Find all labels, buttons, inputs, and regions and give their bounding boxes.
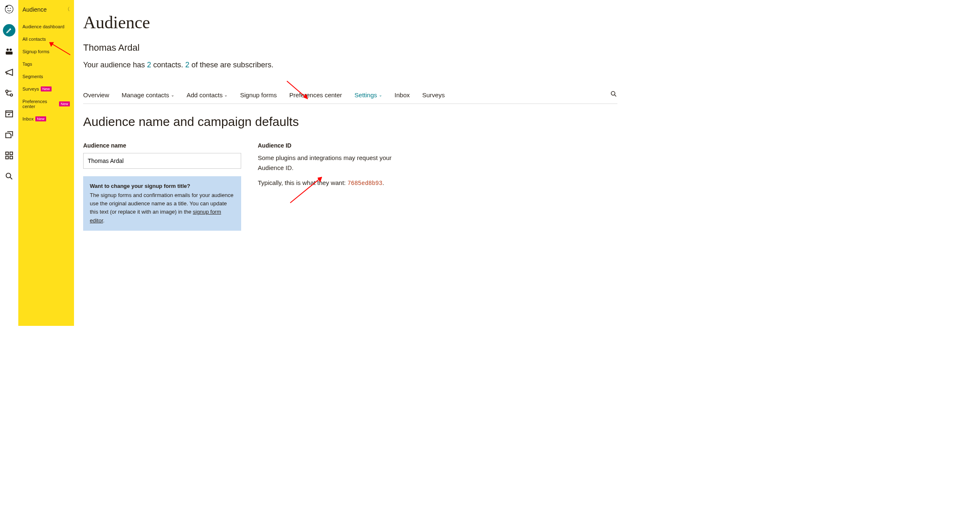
audience-id-value: 7685ed8b93 [348,180,383,187]
audience-stats: Your audience has 2 contacts. 2 of these… [83,61,617,69]
svg-point-14 [611,91,615,95]
svg-point-2 [10,8,11,9]
integrations-icon[interactable] [3,150,15,161]
sidebar-item-label: Inbox [22,116,34,121]
chevron-left-icon: 〈 [65,6,70,13]
audience-icon[interactable] [3,46,15,57]
sidebar-item-all-contacts[interactable]: All contacts [18,33,74,45]
create-icon[interactable] [3,24,15,37]
tab-overview[interactable]: Overview [83,91,109,99]
sidebar-item-audience-dashboard[interactable]: Audience dashboard [18,20,74,33]
audience-id-column: Audience ID Some plugins and integration… [258,142,407,231]
svg-point-6 [6,90,8,93]
sidebar-item-label: Segments [22,74,43,79]
sidebar-header[interactable]: Audience 〈 [18,3,74,20]
svg-rect-11 [6,156,8,159]
main-content: Audience Thomas Ardal Your audience has … [74,0,626,326]
chevron-down-icon: ⌄ [379,93,382,97]
chevron-down-icon: ⌄ [171,93,174,97]
tab-preferences-center[interactable]: Preferences center [289,91,342,99]
search-rail-icon[interactable] [3,170,15,182]
freddie-logo-icon[interactable] [3,3,15,15]
sidebar-item-label: Surveys [22,86,39,91]
info-box-title: Want to change your signup form title? [90,182,235,190]
website-icon[interactable] [3,108,15,120]
new-badge: New [41,86,52,91]
svg-point-3 [7,49,9,51]
sidebar-item-signup-forms[interactable]: Signup forms [18,45,74,58]
content-icon[interactable] [3,129,15,140]
icon-rail [0,0,18,326]
audience-id-label: Audience ID [258,142,407,149]
svg-point-4 [10,49,12,51]
subscribers-count: 2 [185,61,190,69]
chevron-down-icon: ⌄ [224,93,227,97]
campaigns-icon[interactable] [3,67,15,78]
tab-manage-contacts[interactable]: Manage contacts⌄ [122,91,174,99]
tab-settings[interactable]: Settings⌄ [355,91,382,99]
sidebar-item-label: Tags [22,62,32,67]
sidebar-item-label: Audience dashboard [22,24,64,29]
tab-add-contacts[interactable]: Add contacts⌄ [187,91,228,99]
svg-point-7 [10,94,13,96]
tab-bar: Overview Manage contacts⌄ Add contacts⌄ … [83,90,617,104]
page-title: Audience [83,12,617,32]
sidebar-title: Audience [22,6,47,13]
svg-point-13 [6,173,11,178]
signup-form-info-box: Want to change your signup form title? T… [83,176,241,231]
svg-rect-10 [10,152,12,155]
automations-icon[interactable] [3,87,15,99]
sidebar-item-label: Preferences center [22,99,57,109]
sidebar-item-inbox[interactable]: Inbox New [18,113,74,125]
svg-rect-12 [10,156,12,159]
sidebar-item-label: Signup forms [22,49,49,54]
sidebar-item-tags[interactable]: Tags [18,58,74,70]
search-icon[interactable] [610,90,617,99]
sidebar-item-label: All contacts [22,37,46,42]
sidebar-item-segments[interactable]: Segments [18,70,74,83]
tab-signup-forms[interactable]: Signup forms [240,91,276,99]
svg-point-1 [7,8,8,9]
contacts-count: 2 [147,61,151,69]
audience-id-description: Some plugins and integrations may reques… [258,153,407,188]
audience-owner-name: Thomas Ardal [83,42,617,53]
audience-name-input[interactable] [83,153,241,169]
svg-rect-9 [6,152,8,155]
sidebar: Audience 〈 Audience dashboard All contac… [18,0,74,326]
section-title: Audience name and campaign defaults [83,115,617,129]
sidebar-item-preferences-center[interactable]: Preferences center New [18,95,74,113]
audience-name-column: Audience name Want to change your signup… [83,142,241,231]
new-badge: New [59,101,70,106]
tab-inbox[interactable]: Inbox [395,91,410,99]
audience-name-label: Audience name [83,142,241,149]
svg-rect-5 [6,52,13,54]
new-badge: New [35,116,46,121]
sidebar-item-surveys[interactable]: Surveys New [18,83,74,95]
tab-surveys[interactable]: Surveys [422,91,445,99]
